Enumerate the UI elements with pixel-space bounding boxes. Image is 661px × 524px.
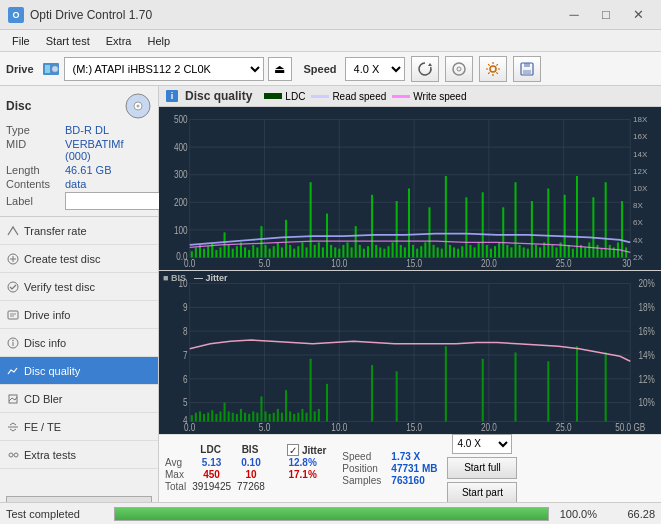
ldc-label: LDC [285,91,305,102]
svg-rect-225 [576,346,578,421]
disc-panel: Disc Type BD-R DL MID VERBATIMf (000) Le… [0,86,158,217]
avg-label: Avg [165,457,192,469]
svg-rect-70 [289,245,291,258]
svg-rect-64 [265,245,267,258]
svg-text:5: 5 [183,398,188,409]
chart-title: Disc quality [185,89,252,103]
svg-text:500: 500 [174,115,188,126]
svg-rect-120 [494,246,496,257]
sidebar: Disc Type BD-R DL MID VERBATIMf (000) Le… [0,86,159,524]
svg-point-6 [490,66,496,72]
svg-rect-202 [256,413,258,422]
minimize-button[interactable]: ─ [559,4,589,26]
menu-starttest[interactable]: Start test [38,33,98,49]
svg-rect-113 [465,197,467,257]
sidebar-item-create-test-disc[interactable]: Create test disc [0,245,158,273]
svg-rect-100 [412,245,414,258]
svg-rect-127 [523,247,525,257]
svg-rect-53 [219,247,221,257]
svg-rect-88 [363,249,365,258]
svg-text:300: 300 [174,170,188,181]
sidebar-item-extra-tests[interactable]: Extra tests [0,441,158,469]
svg-rect-133 [547,189,549,258]
svg-rect-81 [334,247,336,257]
read-speed-label: Read speed [332,91,386,102]
disc-button[interactable] [445,56,473,82]
sidebar-item-cd-bler[interactable]: CD Bler [0,385,158,413]
menu-extra[interactable]: Extra [98,33,140,49]
svg-rect-96 [396,201,398,257]
type-label: Type [6,124,61,136]
progress-bar-container [114,507,549,521]
svg-rect-226 [605,353,607,422]
progress-percent: 100.0% [557,508,597,520]
close-button[interactable]: ✕ [623,4,653,26]
start-full-button[interactable]: Start full [447,457,517,479]
svg-text:7: 7 [183,350,188,361]
svg-rect-8 [524,63,530,67]
mid-value: VERBATIMf (000) [65,138,152,162]
svg-rect-95 [392,242,394,257]
svg-point-26 [14,453,18,457]
refresh-button[interactable] [411,56,439,82]
disc-info-icon [6,336,20,350]
sidebar-item-transfer-rate[interactable]: Transfer rate [0,217,158,245]
svg-rect-143 [588,242,590,257]
stats-table: LDC BIS ✓ Jitter Avg 5. [165,444,332,493]
sidebar-item-drive-info[interactable]: Drive info [0,301,158,329]
sidebar-item-disc-info[interactable]: Disc info [0,329,158,357]
sidebar-item-verify-test-disc[interactable]: Verify test disc [0,273,158,301]
svg-rect-151 [621,201,623,257]
svg-rect-9 [523,70,531,74]
svg-rect-125 [514,182,516,257]
svg-rect-114 [469,245,471,258]
jitter-legend-label: — Jitter [194,273,228,283]
svg-rect-67 [277,242,279,257]
stats-total-row: Total 3919425 77268 [165,481,332,493]
svg-rect-197 [236,414,238,422]
main-layout: Disc Type BD-R DL MID VERBATIMf (000) Le… [0,86,661,524]
svg-text:14%: 14% [638,350,654,361]
menu-help[interactable]: Help [139,33,178,49]
start-part-button[interactable]: Start part [447,482,517,504]
svg-rect-47 [195,247,197,257]
speed-dropdown[interactable]: 4.0 X [452,434,512,454]
menu-file[interactable]: File [4,33,38,49]
jitter-label: Jitter [302,445,326,456]
svg-rect-128 [527,249,529,258]
max-jitter: 17.1% [279,469,332,481]
length-label: Length [6,164,61,176]
fe-te-icon [6,420,20,434]
svg-point-12 [137,105,140,108]
svg-rect-221 [445,346,447,421]
content-area: i Disc quality LDC Read speed Write spee… [159,86,661,524]
drive-select[interactable]: (M:) ATAPI iHBS112 2 CL0K [64,57,264,81]
svg-rect-71 [293,249,295,258]
svg-rect-209 [285,390,287,421]
sidebar-item-fe-te[interactable]: FE / TE [0,413,158,441]
save-button[interactable] [513,56,541,82]
cd-bler-icon [6,392,20,406]
extra-tests-icon [6,448,20,462]
disc-quality-icon [6,364,20,378]
eject-button[interactable]: ⏏ [268,57,292,81]
svg-text:5.0: 5.0 [259,259,270,270]
svg-text:i: i [171,91,174,101]
svg-rect-52 [215,250,217,258]
app-title: Opti Drive Control 1.70 [30,8,152,22]
settings-button[interactable] [479,56,507,82]
speed-select[interactable]: 4.0 X [345,57,405,81]
contents-value: data [65,178,86,190]
sidebar-item-disc-quality[interactable]: Disc quality [0,357,158,385]
svg-rect-123 [506,245,508,258]
jitter-checkbox[interactable]: ✓ [287,444,299,456]
maximize-button[interactable]: □ [591,4,621,26]
svg-text:20.0: 20.0 [481,423,497,434]
legend-ldc: LDC [264,91,305,102]
svg-rect-75 [310,182,312,257]
svg-rect-68 [281,247,283,257]
svg-text:15.0: 15.0 [406,423,422,434]
svg-rect-134 [551,245,553,258]
svg-rect-104 [428,207,430,257]
speed-label: Speed [304,63,337,75]
